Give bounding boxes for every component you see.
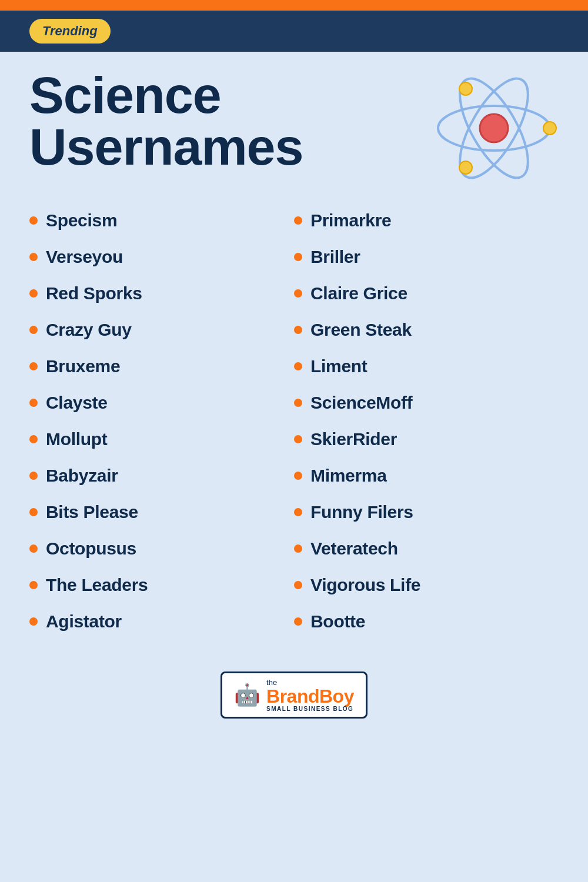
list-item: Babyzair (29, 466, 294, 486)
footer-logo: 🤖 the BrandBoy SMALL BUSINESS BLOG (0, 660, 588, 736)
username-text: Primarkre (310, 211, 391, 230)
username-text: Babyzair (46, 466, 118, 486)
bullet-icon (29, 617, 38, 626)
list-item: ScienceMoff (294, 393, 559, 413)
username-text: Briller (310, 247, 360, 267)
username-text: Green Steak (310, 320, 412, 340)
dark-header: Trending (0, 11, 588, 52)
list-item: Bits Please (29, 502, 294, 522)
trending-badge: Trending (29, 19, 111, 44)
username-text: Crazy Guy (46, 320, 132, 340)
username-text: Claire Grice (310, 283, 407, 303)
list-item: Mimerma (294, 466, 559, 486)
username-text: Mollupt (46, 429, 108, 449)
list-item: Veteratech (294, 539, 559, 559)
list-item: Bruxeme (29, 356, 294, 376)
bullet-icon (294, 399, 302, 407)
bullet-icon (29, 362, 38, 370)
list-item: Vigorous Life (294, 575, 559, 595)
list-item: Green Steak (294, 320, 559, 340)
bullet-icon (294, 326, 302, 334)
list-item: Agistator (29, 612, 294, 632)
bullet-icon (29, 435, 38, 443)
bullet-icon (294, 289, 302, 298)
username-text: Octopusus (46, 539, 136, 559)
header-content: Science Usernames (0, 52, 588, 199)
list-item: Crazy Guy (29, 320, 294, 340)
right-column: Primarkre Briller Claire Grice Green Ste… (294, 211, 559, 648)
bullet-icon (29, 544, 38, 553)
list-item: Claire Grice (294, 283, 559, 303)
svg-point-4 (543, 122, 556, 135)
username-text: The Leaders (46, 575, 148, 595)
username-text: Veteratech (310, 539, 398, 559)
logo-sub-text: SMALL BUSINESS BLOG (266, 706, 353, 712)
list-item: Primarkre (294, 211, 559, 230)
bullet-icon (294, 508, 302, 516)
bullet-icon (29, 289, 38, 298)
username-text: Liment (310, 356, 368, 376)
page-title: Science Usernames (29, 69, 303, 173)
list-item: Clayste (29, 393, 294, 413)
bullet-icon (294, 216, 302, 225)
bullet-icon (294, 362, 302, 370)
usernames-section: Specism Verseyou Red Sporks Crazy Guy Br… (0, 199, 588, 660)
username-text: Vigorous Life (310, 575, 420, 595)
bullet-icon (294, 544, 302, 553)
list-item: Mollupt (29, 429, 294, 449)
bullet-icon (29, 581, 38, 589)
bullet-icon (29, 326, 38, 334)
logo-box: 🤖 the BrandBoy SMALL BUSINESS BLOG (220, 671, 368, 719)
bullet-icon (294, 617, 302, 626)
list-item: Octopusus (29, 539, 294, 559)
username-text: Clayste (46, 393, 108, 413)
logo-mascot-icon: 🤖 (234, 683, 260, 707)
logo-brand-text: BrandBoy (266, 687, 354, 706)
orange-bar (0, 0, 588, 11)
list-item: Verseyou (29, 247, 294, 267)
username-text: Bruxeme (46, 356, 120, 376)
bullet-icon (29, 216, 38, 225)
username-text: Funny Filers (310, 502, 413, 522)
bullet-icon (294, 581, 302, 589)
svg-point-5 (459, 82, 472, 95)
list-item: Briller (294, 247, 559, 267)
bullet-icon (29, 253, 38, 261)
username-text: Specism (46, 211, 117, 230)
bullet-icon (29, 508, 38, 516)
list-item: The Leaders (29, 575, 294, 595)
bullet-icon (294, 472, 302, 480)
username-text: SkierRider (310, 429, 397, 449)
username-text: Red Sporks (46, 283, 142, 303)
svg-point-3 (480, 114, 508, 142)
left-column: Specism Verseyou Red Sporks Crazy Guy Br… (29, 211, 294, 648)
username-text: ScienceMoff (310, 393, 412, 413)
username-text: Agistator (46, 612, 122, 632)
bullet-icon (29, 472, 38, 480)
username-text: Mimerma (310, 466, 387, 486)
bullet-icon (294, 435, 302, 443)
list-item: Red Sporks (29, 283, 294, 303)
atom-illustration (429, 64, 559, 193)
username-text: Verseyou (46, 247, 123, 267)
svg-point-6 (459, 161, 472, 174)
list-item: SkierRider (294, 429, 559, 449)
list-item: Bootte (294, 612, 559, 632)
username-text: Bootte (310, 612, 365, 632)
list-item: Funny Filers (294, 502, 559, 522)
list-item: Specism (29, 211, 294, 230)
list-item: Liment (294, 356, 559, 376)
bullet-icon (29, 399, 38, 407)
bullet-icon (294, 253, 302, 261)
username-text: Bits Please (46, 502, 138, 522)
